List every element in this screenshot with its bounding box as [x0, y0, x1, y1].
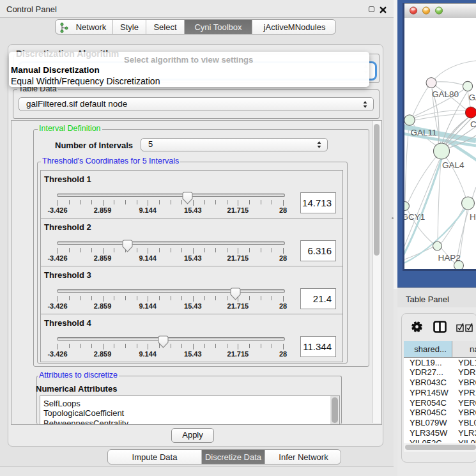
svg-text:GCY1: GCY1 — [404, 212, 425, 222]
svg-text:GA: GA — [469, 93, 476, 102]
svg-text:HAP2: HAP2 — [438, 253, 461, 263]
svg-text:C: C — [470, 119, 476, 129]
svg-text:GAL4: GAL4 — [442, 160, 464, 170]
svg-text:GAL80: GAL80 — [432, 89, 459, 99]
svg-text:H: H — [470, 212, 476, 222]
svg-text:GAL11: GAL11 — [411, 128, 437, 137]
